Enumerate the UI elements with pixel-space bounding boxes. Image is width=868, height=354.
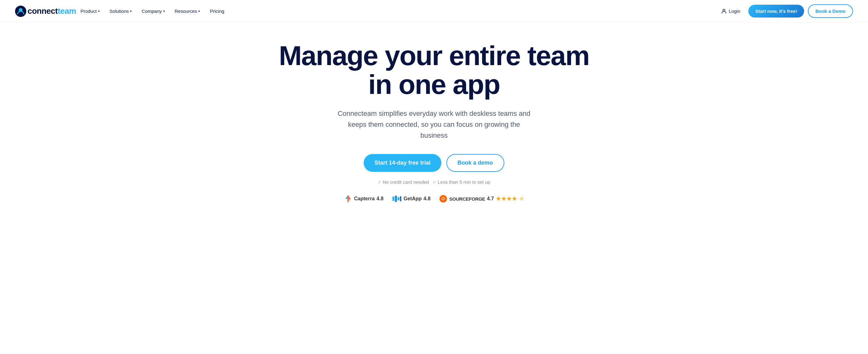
- svg-rect-6: [398, 197, 399, 200]
- svg-rect-5: [395, 196, 397, 202]
- sourceforge-icon: [439, 195, 447, 203]
- sourceforge-score: 4.7: [487, 196, 494, 201]
- rating-capterra: Capterra 4.8: [344, 195, 383, 203]
- trust-item-credit: ✓ No credit card needed: [378, 179, 429, 185]
- nav-label-company: Company: [142, 8, 162, 14]
- rating-getapp: GetApp 4.8: [392, 195, 430, 202]
- start-free-button[interactable]: Start now, it's free!: [748, 5, 804, 18]
- capterra-score: 4.8: [376, 196, 383, 201]
- getapp-score: 4.8: [424, 196, 430, 201]
- nav-item-company[interactable]: Company ▾: [137, 6, 169, 16]
- hero-section: Manage your entire team in one app Conne…: [0, 23, 868, 215]
- svg-point-2: [723, 9, 725, 11]
- trust-text-setup: Less than 5 min to set up: [438, 179, 490, 185]
- check-icon: ✓: [433, 180, 436, 185]
- capterra-name: Capterra: [354, 196, 375, 201]
- login-button[interactable]: Login: [716, 6, 745, 17]
- sourceforge-logo: [439, 195, 447, 203]
- trial-button[interactable]: Start 14-day free trial: [364, 154, 441, 172]
- capterra-logo: [344, 195, 352, 203]
- nav-item-pricing[interactable]: Pricing: [206, 6, 229, 16]
- chevron-down-icon: ▾: [130, 9, 131, 13]
- login-label: Login: [729, 8, 741, 14]
- capterra-icon: [344, 195, 352, 203]
- nav-label-resources: Resources: [175, 8, 197, 14]
- hero-title: Manage your entire team in one app: [279, 41, 589, 99]
- trust-row: ✓ No credit card needed ✓ Less than 5 mi…: [378, 179, 490, 185]
- trust-text-credit: No credit card needed: [383, 179, 429, 185]
- nav-label-pricing: Pricing: [210, 8, 224, 14]
- nav-item-solutions[interactable]: Solutions ▾: [105, 6, 136, 16]
- nav-item-product[interactable]: Product ▾: [76, 6, 104, 16]
- chevron-down-icon: ▾: [98, 9, 100, 13]
- hero-subtitle: Connecteam simplifies everyday work with…: [334, 108, 534, 141]
- svg-rect-4: [393, 197, 394, 201]
- star-icons: ★★★★: [496, 195, 517, 202]
- getapp-name: GetApp: [403, 196, 422, 201]
- nav-label-solutions: Solutions: [110, 8, 129, 14]
- logo-text: connectteam: [28, 6, 76, 16]
- logo[interactable]: connectteam: [15, 6, 76, 17]
- rating-sourceforge: SOURCEFORGE 4.7 ★★★★★: [439, 195, 524, 203]
- navbar: connectteam Product ▾ Solutions ▾ Compan…: [0, 0, 868, 23]
- getapp-icon: [392, 195, 402, 202]
- getapp-logo: [392, 195, 402, 202]
- ratings-row: Capterra 4.8 GetApp 4.8: [344, 195, 524, 203]
- chevron-down-icon: ▾: [163, 9, 165, 13]
- chevron-down-icon: ▾: [198, 9, 200, 13]
- hero-cta: Start 14-day free trial Book a demo: [364, 154, 504, 172]
- half-star-icon: ★: [519, 195, 524, 202]
- nav-label-product: Product: [81, 8, 97, 14]
- logo-icon: [15, 6, 26, 17]
- nav-right: Login Start now, it's free! Book a Demo: [716, 4, 853, 18]
- svg-rect-7: [400, 196, 401, 201]
- demo-button[interactable]: Book a demo: [446, 154, 504, 172]
- user-icon: [721, 8, 727, 14]
- nav-item-resources[interactable]: Resources ▾: [170, 6, 205, 16]
- book-demo-nav-button[interactable]: Book a Demo: [808, 4, 853, 18]
- sourceforge-name: SOURCEFORGE: [449, 196, 485, 201]
- svg-point-9: [442, 198, 444, 200]
- check-icon: ✓: [378, 180, 381, 185]
- trust-item-setup: ✓ Less than 5 min to set up: [433, 179, 490, 185]
- nav-links: Product ▾ Solutions ▾ Company ▾ Resource…: [76, 6, 716, 16]
